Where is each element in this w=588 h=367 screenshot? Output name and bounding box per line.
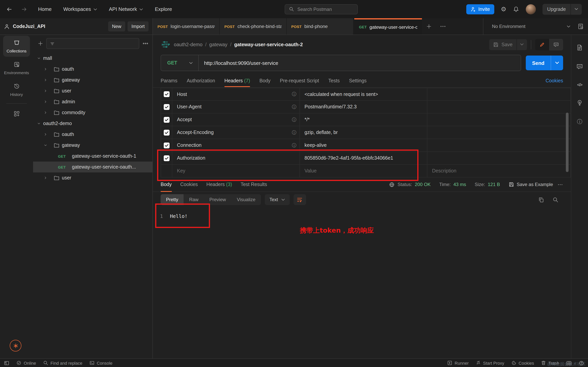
chevron-down-icon[interactable] bbox=[571, 8, 582, 10]
header-row-accept[interactable]: Acceptⓘ */* bbox=[161, 113, 571, 126]
info-circle-icon[interactable]: ⓘ bbox=[577, 118, 582, 125]
resp-tab-body[interactable]: Body bbox=[161, 178, 172, 191]
sidebar-search-input[interactable] bbox=[46, 38, 139, 49]
runner-button[interactable]: Runner bbox=[447, 360, 469, 366]
chevron-down-icon[interactable] bbox=[37, 56, 41, 60]
chevron-right-icon[interactable] bbox=[43, 78, 47, 82]
url-input[interactable]: http://localhost:9090/user-service bbox=[199, 60, 278, 66]
method-selector[interactable]: GET bbox=[161, 60, 189, 66]
comment-icon[interactable] bbox=[549, 39, 563, 50]
tab-authorization[interactable]: Authorization bbox=[187, 76, 215, 86]
view-raw[interactable]: Raw bbox=[184, 194, 204, 205]
checkbox-checked[interactable] bbox=[164, 155, 169, 161]
environment-quick-look-icon[interactable] bbox=[578, 23, 584, 30]
breadcrumb-request-name[interactable]: gateway-user-service-oauth-2 bbox=[234, 42, 303, 47]
breadcrumb-collection[interactable]: oauth2-demo bbox=[174, 42, 202, 47]
response-more-icon[interactable] bbox=[557, 182, 563, 187]
new-button[interactable]: New bbox=[108, 21, 125, 32]
tree-request-oauth-2-selected[interactable]: GET gateway-user-service-oauth... bbox=[33, 162, 152, 172]
comments-icon[interactable] bbox=[576, 63, 583, 70]
bootcamp-orange-icon[interactable] bbox=[10, 340, 21, 351]
new-tab-button[interactable] bbox=[422, 18, 436, 34]
search-input[interactable] bbox=[296, 6, 353, 12]
start-proxy-button[interactable]: Start Proxy bbox=[476, 360, 504, 366]
rail-configure-blocks-icon[interactable] bbox=[3, 107, 30, 121]
windows-panel-icon[interactable] bbox=[566, 360, 572, 366]
request-tab-3-active[interactable]: GET gateway-user-service-oa bbox=[354, 18, 422, 34]
checkbox-checked[interactable] bbox=[164, 130, 169, 135]
tree-folder-admin[interactable]: admin bbox=[33, 96, 152, 107]
forward-arrow-icon[interactable] bbox=[21, 6, 27, 12]
view-preview[interactable]: Preview bbox=[204, 194, 231, 205]
invite-button[interactable]: Invite bbox=[466, 4, 494, 14]
import-button[interactable]: Import bbox=[128, 21, 148, 32]
sidebar-toggle-icon[interactable] bbox=[4, 360, 9, 366]
search-response-icon[interactable] bbox=[553, 197, 558, 202]
back-arrow-icon[interactable] bbox=[6, 6, 12, 12]
tab-pre-request[interactable]: Pre-request Script bbox=[280, 76, 319, 86]
header-row-user-agent[interactable]: User-Agentⓘ PostmanRuntime/7.32.3 bbox=[161, 100, 571, 113]
checkbox-checked[interactable] bbox=[164, 104, 169, 110]
chevron-down-icon[interactable] bbox=[37, 122, 41, 125]
user-avatar[interactable] bbox=[526, 4, 536, 14]
header-row-accept-encoding[interactable]: Accept-Encodingⓘ gzip, deflate, br bbox=[161, 126, 571, 139]
format-dropdown[interactable]: Text bbox=[265, 194, 290, 205]
header-row-host[interactable]: Hostⓘ <calculated when request is sent> bbox=[161, 88, 571, 100]
tree-folder-commodity[interactable]: commodity bbox=[33, 107, 152, 118]
notifications-bell-icon[interactable] bbox=[513, 6, 519, 12]
tree-collection-oauth2-demo[interactable]: oauth2-demo bbox=[33, 118, 152, 129]
chevron-right-icon[interactable] bbox=[43, 111, 47, 115]
save-options-chevron-icon[interactable] bbox=[517, 43, 527, 46]
rail-history[interactable]: History bbox=[3, 79, 30, 100]
edit-pencil-icon[interactable] bbox=[535, 39, 549, 50]
checkbox-checked[interactable] bbox=[164, 117, 169, 123]
save-button[interactable]: Save bbox=[489, 39, 527, 50]
description-placeholder[interactable]: Description bbox=[427, 168, 571, 174]
key-placeholder[interactable]: Key bbox=[172, 165, 300, 177]
tree-folder-oauth2[interactable]: oauth bbox=[33, 129, 152, 140]
size-value[interactable]: 121 B bbox=[488, 182, 500, 187]
tab-options-more-icon[interactable] bbox=[436, 18, 450, 34]
chevron-right-icon[interactable] bbox=[43, 89, 47, 93]
workspace-name[interactable]: CodeJuzi_API bbox=[13, 24, 45, 29]
tab-tests[interactable]: Tests bbox=[329, 76, 340, 86]
chevron-right-icon[interactable] bbox=[43, 133, 47, 136]
rail-collections[interactable]: Collections bbox=[3, 36, 30, 57]
resp-tab-test-results[interactable]: Test Results bbox=[241, 178, 267, 191]
environment-selector[interactable]: No Environment bbox=[483, 18, 588, 34]
header-row-new[interactable]: Key Value Description bbox=[161, 165, 571, 177]
documentation-icon[interactable] bbox=[576, 44, 583, 51]
copy-icon[interactable] bbox=[538, 197, 544, 202]
vertical-scrollbar[interactable] bbox=[566, 113, 569, 172]
breadcrumb-folder[interactable]: gateway bbox=[209, 42, 227, 47]
status-value[interactable]: 200 OK bbox=[415, 182, 431, 187]
tree-request-oauth-1[interactable]: GET gateway-user-service-oauth-1 bbox=[33, 151, 152, 162]
settings-gear-icon[interactable]: ⚙ bbox=[501, 5, 506, 13]
checkbox-checked[interactable] bbox=[164, 142, 169, 148]
nav-explore[interactable]: Explore bbox=[155, 6, 172, 12]
request-tab-2[interactable]: POST bind-phone bbox=[287, 18, 354, 34]
send-options-chevron-icon[interactable] bbox=[551, 61, 563, 65]
chevron-right-icon[interactable] bbox=[43, 100, 47, 104]
tree-collection-mall[interactable]: mall bbox=[33, 53, 152, 64]
method-chevron-icon[interactable] bbox=[189, 62, 198, 64]
tab-settings[interactable]: Settings bbox=[349, 76, 366, 86]
lightbulb-icon[interactable] bbox=[576, 100, 583, 106]
checkbox-checked[interactable] bbox=[164, 91, 169, 97]
time-value[interactable]: 43 ms bbox=[453, 182, 466, 187]
nav-workspaces[interactable]: Workspaces bbox=[63, 6, 97, 12]
chevron-down-icon[interactable] bbox=[43, 143, 47, 147]
tree-folder-gateway[interactable]: gateway bbox=[33, 75, 152, 85]
code-snippet-icon[interactable]: </> bbox=[577, 82, 582, 87]
tree-folder-user2[interactable]: user bbox=[33, 172, 152, 183]
tab-headers[interactable]: Headers (7) bbox=[225, 76, 250, 86]
wrap-lines-icon[interactable] bbox=[294, 194, 306, 205]
chevron-right-icon[interactable] bbox=[43, 176, 47, 180]
tab-params[interactable]: Params bbox=[161, 76, 177, 86]
tab-body[interactable]: Body bbox=[259, 76, 270, 86]
header-row-authorization[interactable]: Authorization 805850d6-79e2-4af1-95fa-e6… bbox=[161, 152, 571, 165]
send-button[interactable]: Send bbox=[526, 56, 563, 70]
header-row-connection[interactable]: Connectionⓘ keep-alive bbox=[161, 139, 571, 152]
view-pretty[interactable]: Pretty bbox=[161, 194, 184, 205]
online-status[interactable]: Online bbox=[16, 360, 36, 366]
